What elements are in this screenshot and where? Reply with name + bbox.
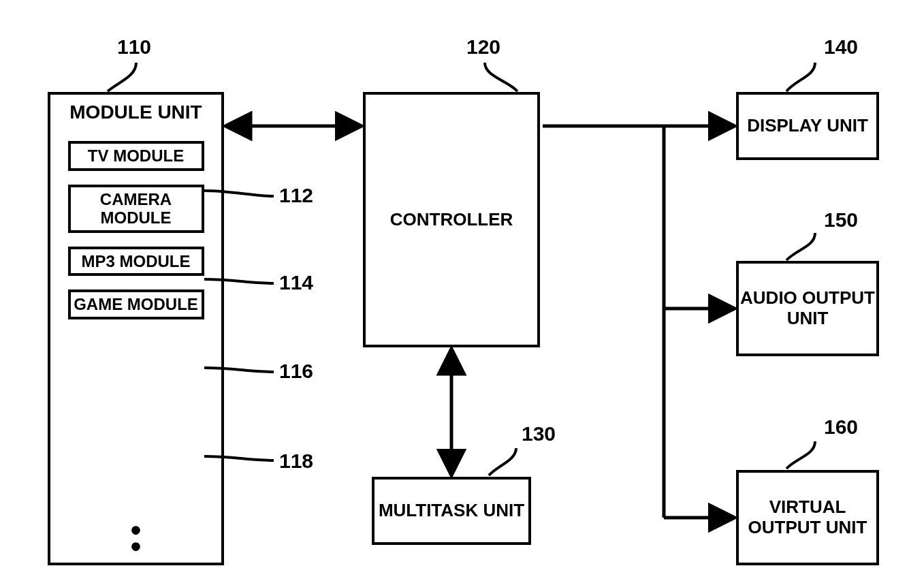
- tv-module-box: TV MODULE: [68, 141, 204, 171]
- ellipsis-dots: ••: [131, 522, 141, 554]
- display-unit-box: DISPLAY UNIT: [736, 92, 879, 160]
- audio-output-unit-label: AUDIO OUTPUT UNIT: [739, 288, 876, 329]
- label-112: 112: [279, 184, 313, 207]
- label-118: 118: [279, 450, 313, 473]
- label-140: 140: [824, 35, 858, 59]
- module-unit-title: MODULE UNIT: [50, 101, 221, 123]
- display-unit-label: DISPLAY UNIT: [747, 116, 868, 136]
- module-unit-box: MODULE UNIT TV MODULE CAMERA MODULE MP3 …: [48, 92, 224, 565]
- tick-150: [786, 233, 815, 260]
- label-120: 120: [466, 35, 500, 59]
- camera-module-box: CAMERA MODULE: [68, 185, 204, 233]
- module-unit-inner-stack: TV MODULE CAMERA MODULE MP3 MODULE GAME …: [68, 141, 204, 333]
- tick-140: [786, 63, 815, 91]
- label-114: 114: [279, 271, 313, 294]
- diagram-canvas: MODULE UNIT TV MODULE CAMERA MODULE MP3 …: [0, 0, 924, 581]
- controller-box: CONTROLLER: [363, 92, 540, 347]
- label-130: 130: [522, 422, 556, 445]
- label-150: 150: [824, 208, 858, 232]
- label-160: 160: [824, 415, 858, 439]
- tick-110: [108, 63, 136, 91]
- tick-160: [786, 441, 815, 469]
- virtual-output-unit-box: VIRTUAL OUTPUT UNIT: [736, 470, 879, 565]
- label-110: 110: [117, 35, 151, 59]
- tick-130: [489, 448, 516, 475]
- multitask-unit-box: MULTITASK UNIT: [372, 477, 531, 545]
- mp3-module-box: MP3 MODULE: [68, 247, 204, 277]
- label-116: 116: [279, 360, 313, 383]
- tick-120: [485, 63, 517, 91]
- audio-output-unit-box: AUDIO OUTPUT UNIT: [736, 261, 879, 356]
- virtual-output-unit-label: VIRTUAL OUTPUT UNIT: [739, 497, 876, 538]
- multitask-unit-label: MULTITASK UNIT: [379, 501, 524, 521]
- controller-label: CONTROLLER: [390, 210, 513, 230]
- game-module-box: GAME MODULE: [68, 289, 204, 319]
